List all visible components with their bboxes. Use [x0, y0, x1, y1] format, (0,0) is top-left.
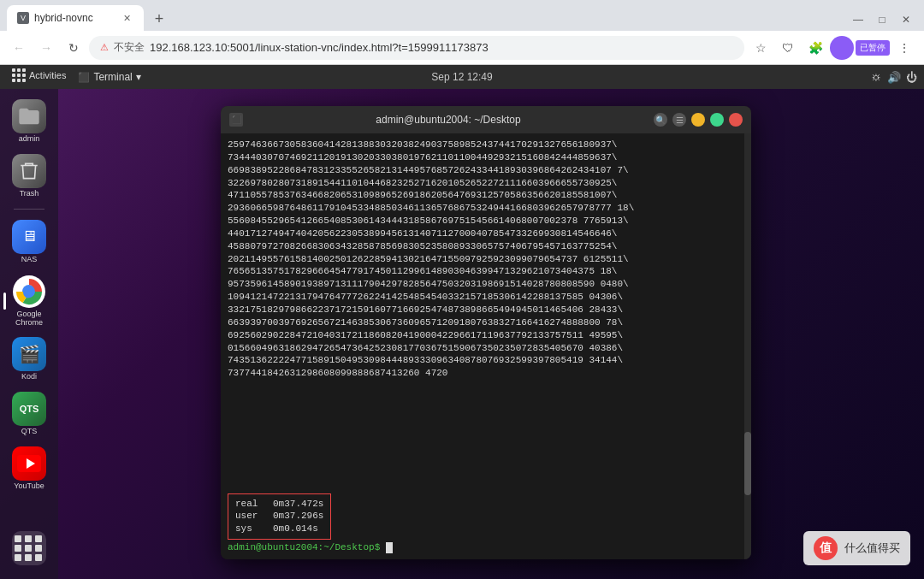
terminal-window-title: admin@ubuntu2004: ~/Desktop — [248, 114, 649, 126]
vnc-topbar-center: Sep 12 12:49 — [431, 71, 492, 83]
real-label: real — [235, 498, 266, 511]
nas-icon: 🖥 — [12, 220, 46, 254]
timing-sys-row: sys 0m0.014s — [235, 523, 323, 535]
dock-item-admin[interactable]: admin — [7, 96, 51, 147]
terminal-label: Terminal — [93, 71, 132, 83]
svg-point-2 — [25, 287, 33, 296]
terminal-window: ⬛ admin@ubuntu2004: ~/Desktop 🔍 ☰ 259746… — [221, 106, 751, 559]
chrome-icon — [12, 275, 46, 309]
dock-item-nas[interactable]: 🖥 NAS — [7, 216, 51, 268]
vnc-content: Activities ⬛ Terminal ▾ Sep 12 12:49 ⛭ 🔊… — [0, 65, 924, 579]
watermark-logo: 值 — [814, 536, 838, 560]
nas-label: NAS — [21, 256, 38, 264]
dropdown-chevron-icon: ▾ — [136, 71, 141, 83]
shield-button[interactable]: 🛡 — [775, 35, 801, 61]
terminal-scrollbar-thumb[interactable] — [744, 432, 751, 496]
security-icon: ⚠ — [100, 42, 109, 53]
qts-label: QTS — [21, 428, 38, 436]
ubuntu-desktop: admin Trash 🖥 NAS — [0, 89, 924, 579]
dock-item-trash[interactable]: Trash — [7, 151, 51, 202]
prompt-line: admin@ubuntu2004:~/Desktop$ — [228, 541, 744, 554]
active-tab[interactable]: V hybrid-novnc ✕ — [7, 5, 144, 31]
tab-favicon: V — [17, 12, 29, 24]
activities-button[interactable]: Activities — [7, 65, 71, 86]
terminal-body: 2597463667305836041428138830320382490375… — [221, 133, 751, 559]
dock-item-youtube[interactable]: YouTube — [7, 443, 51, 494]
trash-label: Trash — [20, 190, 39, 198]
real-value: 0m37.472s — [273, 498, 323, 511]
search-button[interactable]: 🔍 — [654, 113, 667, 127]
refresh-button[interactable]: ↻ — [62, 36, 86, 60]
back-button[interactable]: ← — [7, 36, 31, 60]
kodi-label: Kodi — [21, 373, 37, 381]
terminal-maximize-button[interactable] — [710, 113, 724, 127]
cursor-block — [386, 542, 393, 553]
sys-label: sys — [235, 523, 266, 535]
desktop-area: ⬛ admin@ubuntu2004: ~/Desktop 🔍 ☰ 259746… — [58, 89, 924, 579]
chrome-label: Google Chrome — [10, 310, 48, 328]
dock-item-apps[interactable] — [7, 528, 51, 569]
apps-grid-icon — [12, 531, 46, 565]
profile-button[interactable] — [830, 36, 854, 60]
vnc-topbar-right: ⛭ 🔊 ⏻ — [871, 71, 917, 84]
trash-icon — [12, 154, 46, 188]
terminal-window-icon: ⬛ — [229, 113, 243, 127]
timing-section: real 0m37.472s user 0m37.296s sys 0m0.01… — [228, 490, 744, 541]
address-input[interactable]: ⚠ 不安全 192.168.123.10:5001/linux-station-… — [89, 36, 744, 60]
kodi-icon: 🎬 — [12, 337, 46, 371]
tab-bar: V hybrid-novnc ✕ + — □ ✕ — [0, 0, 924, 31]
youtube-label: YouTube — [14, 482, 44, 491]
timing-user-row: user 0m37.296s — [235, 510, 323, 523]
admin-icon — [12, 99, 46, 133]
close-button[interactable]: ✕ — [895, 12, 917, 27]
address-text: 192.168.123.10:5001/linux-station-vnc/in… — [150, 41, 489, 54]
terminal-output: 2597463667305836041428138830320382490375… — [228, 139, 744, 487]
watermark-text: 什么值得买 — [844, 541, 900, 556]
menu-button[interactable]: ⋮ — [891, 35, 917, 61]
tab-title: hybrid-novnc — [34, 12, 115, 24]
network-icon[interactable]: ⛭ — [871, 71, 882, 84]
tab-close-button[interactable]: ✕ — [120, 11, 133, 25]
terminal-titlebar: ⬛ admin@ubuntu2004: ~/Desktop 🔍 ☰ — [221, 106, 751, 133]
vnc-topbar: Activities ⬛ Terminal ▾ Sep 12 12:49 ⛭ 🔊… — [0, 65, 924, 89]
timing-real-row: real 0m37.472s — [235, 498, 323, 511]
terminal-close-button[interactable] — [729, 113, 743, 127]
prompt-text: admin@ubuntu2004:~/Desktop$ — [228, 542, 380, 552]
activities-label: Activities — [29, 70, 66, 80]
window-controls: — □ ✕ — [847, 12, 917, 31]
bookmark-button[interactable]: ☆ — [748, 35, 773, 61]
titlebar-buttons: 🔍 ☰ — [654, 113, 743, 127]
sys-value: 0m0.014s — [273, 523, 318, 535]
terminal-icon: ⬛ — [78, 72, 90, 83]
timing-box: real 0m37.472s user 0m37.296s sys 0m0.01… — [228, 493, 331, 541]
admin-label: admin — [19, 135, 40, 144]
watermark: 值 什么值得买 — [803, 531, 910, 565]
ubuntu-dock: admin Trash 🖥 NAS — [0, 89, 58, 579]
speaker-icon[interactable]: 🔊 — [887, 71, 901, 84]
new-tab-button[interactable]: + — [147, 7, 171, 31]
extensions-button[interactable]: 🧩 — [803, 35, 828, 61]
vnc-topbar-left: Activities ⬛ Terminal ▾ — [7, 65, 141, 89]
forward-button[interactable]: → — [34, 36, 58, 60]
address-bar: ← → ↻ ⚠ 不安全 192.168.123.10:5001/linux-st… — [0, 31, 924, 65]
paused-badge: 已暂停 — [856, 40, 890, 56]
terminal-minimize-button[interactable] — [691, 113, 705, 127]
terminal-scrollbar[interactable] — [744, 133, 751, 559]
dock-item-chrome[interactable]: Google Chrome — [7, 271, 51, 331]
maximize-button[interactable]: □ — [871, 12, 893, 27]
hamburger-button[interactable]: ☰ — [672, 113, 686, 127]
insecure-label: 不安全 — [114, 40, 145, 55]
qts-icon: QTS — [12, 392, 46, 426]
dock-item-kodi[interactable]: 🎬 Kodi — [7, 334, 51, 385]
browser-frame: V hybrid-novnc ✕ + — □ ✕ ← → ↻ ⚠ 不安全 192… — [0, 0, 924, 579]
terminal-menu[interactable]: ⬛ Terminal ▾ — [78, 71, 140, 83]
toolbar-right: ☆ 🛡 🧩 已暂停 ⋮ — [748, 35, 917, 61]
dock-item-qts[interactable]: QTS QTS — [7, 388, 51, 440]
dock-divider-1 — [14, 209, 44, 210]
user-label: user — [235, 510, 266, 523]
youtube-icon — [12, 446, 46, 481]
power-icon[interactable]: ⏻ — [906, 71, 917, 84]
user-value: 0m37.296s — [273, 510, 323, 523]
activities-grid-icon — [12, 68, 26, 82]
minimize-button[interactable]: — — [847, 12, 869, 27]
